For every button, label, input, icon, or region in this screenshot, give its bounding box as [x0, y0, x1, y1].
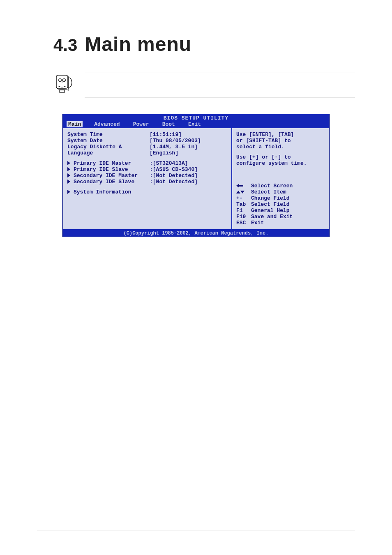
key-row: Select Screen: [236, 183, 325, 189]
field-system-time[interactable]: System Time [11:51:19]: [67, 131, 227, 138]
key-desc: Select Field: [251, 201, 290, 207]
field-value: [English]: [150, 150, 178, 156]
submenu-primary-ide-slave[interactable]: Primary IDE Slave :[ASUS CD-S340]: [67, 166, 227, 173]
field-label: System Date: [67, 138, 150, 144]
svg-point-3: [60, 80, 60, 81]
section-number: 4.3: [53, 35, 77, 55]
note-robot-icon: [53, 74, 76, 96]
note-block: [53, 72, 355, 97]
bios-main-panel: System Time [11:51:19] System Date [Thu …: [62, 128, 232, 230]
field-label: System Time: [67, 131, 150, 138]
key-desc: Change Field: [251, 195, 290, 201]
submenu-secondary-ide-slave[interactable]: Secondary IDE Slave :[Not Detected]: [67, 179, 227, 185]
key-label: F10: [236, 214, 251, 220]
submenu-system-information[interactable]: System Information: [67, 189, 227, 195]
submenu-label: Secondary IDE Master: [74, 173, 138, 179]
help-line: or [SHIFT-TAB] to: [236, 138, 325, 144]
field-value: [Thu 08/05/2003]: [150, 138, 201, 144]
bios-tab-boot[interactable]: Boot: [161, 121, 177, 127]
triangle-right-icon: [67, 173, 70, 177]
arrow-updown-icon: [236, 189, 251, 195]
bios-screenshot: BIOS SETUP UTILITY Main Advanced Power B…: [62, 114, 330, 237]
field-label: Legacy Diskette A: [67, 144, 150, 150]
section-title: Main menu: [85, 33, 191, 55]
key-row: +- Change Field: [236, 195, 325, 201]
key-desc: Save and Exit: [251, 214, 293, 220]
svg-point-8: [68, 90, 69, 91]
key-desc: Select Screen: [251, 183, 293, 189]
submenu-label: Secondary IDE Slave: [74, 179, 134, 185]
bios-tab-advanced[interactable]: Advanced: [92, 121, 121, 127]
field-system-date[interactable]: System Date [Thu 08/05/2003]: [67, 138, 227, 144]
submenu-secondary-ide-master[interactable]: Secondary IDE Master :[Not Detected]: [67, 173, 227, 179]
section-heading: 4.3Main menu: [53, 33, 355, 55]
key-row: Tab Select Field: [236, 201, 325, 207]
svg-rect-7: [60, 90, 65, 92]
submenu-primary-ide-master[interactable]: Primary IDE Master :[ST320413A]: [67, 160, 227, 166]
bios-copyright: (C)Copyright 1985-2002, American Megatre…: [62, 230, 330, 237]
field-value: [11:51:19]: [150, 131, 182, 138]
help-line: configure system time.: [236, 160, 325, 166]
submenu-label: Primary IDE Slave: [74, 166, 128, 173]
triangle-right-icon: [67, 180, 70, 184]
key-desc: Select Item: [251, 189, 286, 195]
help-line: Use [+] or [-] to: [236, 154, 325, 160]
bios-body: System Time [11:51:19] System Date [Thu …: [62, 128, 330, 230]
key-legend: Select Screen Select Item +- Change Fiel…: [236, 183, 325, 226]
help-text: Use [ENTER], [TAB] or [SHIFT-TAB] to sel…: [236, 131, 325, 166]
help-line: Use [ENTER], [TAB]: [236, 131, 325, 138]
field-label: Language: [67, 150, 150, 156]
bios-help-panel: Use [ENTER], [TAB] or [SHIFT-TAB] to sel…: [232, 128, 330, 230]
submenu-label: System Information: [74, 189, 131, 195]
key-row: F10 Save and Exit: [236, 214, 325, 220]
bios-title: BIOS SETUP UTILITY: [62, 114, 330, 121]
submenu-label: Primary IDE Master: [74, 160, 131, 166]
triangle-right-icon: [67, 161, 70, 165]
key-label: ESC: [236, 220, 251, 226]
bios-tab-power[interactable]: Power: [131, 121, 151, 127]
triangle-right-icon: [67, 190, 70, 194]
bios-tab-exit[interactable]: Exit: [187, 121, 203, 127]
field-language[interactable]: Language [English]: [67, 150, 227, 156]
submenu-value: :[Not Detected]: [150, 173, 198, 179]
key-desc: Exit: [251, 220, 264, 226]
submenu-value: :[ST320413A]: [150, 160, 188, 166]
triangle-right-icon: [67, 167, 70, 171]
key-row: F1 General Help: [236, 207, 325, 214]
page: 4.3Main menu BIOS SETUP UTILITY Main: [0, 0, 392, 555]
note-text: [85, 72, 355, 97]
bios-tab-main[interactable]: Main: [67, 121, 83, 127]
key-desc: General Help: [251, 207, 290, 214]
submenu-value: :[Not Detected]: [150, 179, 198, 185]
svg-point-5: [64, 80, 65, 81]
arrow-left-icon: [236, 183, 251, 189]
help-line: select a field.: [236, 144, 325, 150]
key-row: Select Item: [236, 189, 325, 195]
bios-menubar: Main Advanced Power Boot Exit: [62, 121, 330, 128]
key-row: ESC Exit: [236, 220, 325, 226]
footer-rule: [37, 530, 355, 530]
submenu-value: :[ASUS CD-S340]: [150, 166, 198, 173]
key-label: +-: [236, 195, 251, 201]
key-label: Tab: [236, 201, 251, 207]
field-value: [1.44M, 3.5 in]: [150, 144, 198, 150]
field-legacy-diskette-a[interactable]: Legacy Diskette A [1.44M, 3.5 in]: [67, 144, 227, 150]
key-label: F1: [236, 207, 251, 214]
